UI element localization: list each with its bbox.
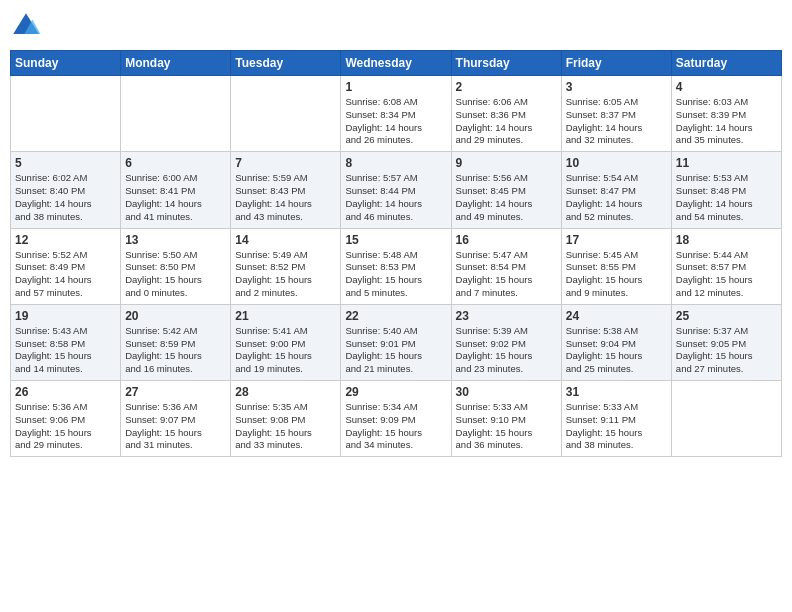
calendar-cell: 16Sunrise: 5:47 AM Sunset: 8:54 PM Dayli… xyxy=(451,228,561,304)
day-number: 30 xyxy=(456,385,557,399)
day-info: Sunrise: 5:36 AM Sunset: 9:07 PM Dayligh… xyxy=(125,401,202,450)
day-number: 12 xyxy=(15,233,116,247)
day-number: 14 xyxy=(235,233,336,247)
calendar-cell: 19Sunrise: 5:43 AM Sunset: 8:58 PM Dayli… xyxy=(11,304,121,380)
calendar-day-header: Wednesday xyxy=(341,51,451,76)
day-number: 23 xyxy=(456,309,557,323)
day-number: 18 xyxy=(676,233,777,247)
calendar-cell: 23Sunrise: 5:39 AM Sunset: 9:02 PM Dayli… xyxy=(451,304,561,380)
day-info: Sunrise: 5:59 AM Sunset: 8:43 PM Dayligh… xyxy=(235,172,312,221)
calendar-cell: 11Sunrise: 5:53 AM Sunset: 8:48 PM Dayli… xyxy=(671,152,781,228)
calendar-week-row: 5Sunrise: 6:02 AM Sunset: 8:40 PM Daylig… xyxy=(11,152,782,228)
calendar-day-header: Friday xyxy=(561,51,671,76)
calendar-day-header: Saturday xyxy=(671,51,781,76)
day-info: Sunrise: 5:44 AM Sunset: 8:57 PM Dayligh… xyxy=(676,249,753,298)
calendar-week-row: 26Sunrise: 5:36 AM Sunset: 9:06 PM Dayli… xyxy=(11,381,782,457)
day-number: 15 xyxy=(345,233,446,247)
day-number: 8 xyxy=(345,156,446,170)
calendar-cell: 2Sunrise: 6:06 AM Sunset: 8:36 PM Daylig… xyxy=(451,76,561,152)
calendar-cell: 13Sunrise: 5:50 AM Sunset: 8:50 PM Dayli… xyxy=(121,228,231,304)
day-number: 2 xyxy=(456,80,557,94)
day-info: Sunrise: 6:05 AM Sunset: 8:37 PM Dayligh… xyxy=(566,96,643,145)
day-number: 10 xyxy=(566,156,667,170)
calendar-cell: 26Sunrise: 5:36 AM Sunset: 9:06 PM Dayli… xyxy=(11,381,121,457)
day-number: 25 xyxy=(676,309,777,323)
calendar-cell: 7Sunrise: 5:59 AM Sunset: 8:43 PM Daylig… xyxy=(231,152,341,228)
calendar-cell: 12Sunrise: 5:52 AM Sunset: 8:49 PM Dayli… xyxy=(11,228,121,304)
calendar-cell: 10Sunrise: 5:54 AM Sunset: 8:47 PM Dayli… xyxy=(561,152,671,228)
day-number: 29 xyxy=(345,385,446,399)
calendar-cell: 9Sunrise: 5:56 AM Sunset: 8:45 PM Daylig… xyxy=(451,152,561,228)
calendar-cell: 6Sunrise: 6:00 AM Sunset: 8:41 PM Daylig… xyxy=(121,152,231,228)
day-info: Sunrise: 5:48 AM Sunset: 8:53 PM Dayligh… xyxy=(345,249,422,298)
day-number: 28 xyxy=(235,385,336,399)
calendar-cell xyxy=(231,76,341,152)
day-info: Sunrise: 5:40 AM Sunset: 9:01 PM Dayligh… xyxy=(345,325,422,374)
calendar-cell: 8Sunrise: 5:57 AM Sunset: 8:44 PM Daylig… xyxy=(341,152,451,228)
day-number: 22 xyxy=(345,309,446,323)
day-number: 21 xyxy=(235,309,336,323)
calendar-cell: 18Sunrise: 5:44 AM Sunset: 8:57 PM Dayli… xyxy=(671,228,781,304)
calendar-cell: 31Sunrise: 5:33 AM Sunset: 9:11 PM Dayli… xyxy=(561,381,671,457)
calendar-day-header: Thursday xyxy=(451,51,561,76)
calendar-cell xyxy=(671,381,781,457)
day-number: 13 xyxy=(125,233,226,247)
day-number: 11 xyxy=(676,156,777,170)
calendar-cell xyxy=(11,76,121,152)
day-info: Sunrise: 6:03 AM Sunset: 8:39 PM Dayligh… xyxy=(676,96,753,145)
day-number: 17 xyxy=(566,233,667,247)
day-info: Sunrise: 5:49 AM Sunset: 8:52 PM Dayligh… xyxy=(235,249,312,298)
day-info: Sunrise: 5:54 AM Sunset: 8:47 PM Dayligh… xyxy=(566,172,643,221)
day-info: Sunrise: 6:02 AM Sunset: 8:40 PM Dayligh… xyxy=(15,172,92,221)
calendar-week-row: 12Sunrise: 5:52 AM Sunset: 8:49 PM Dayli… xyxy=(11,228,782,304)
calendar-day-header: Monday xyxy=(121,51,231,76)
calendar-cell xyxy=(121,76,231,152)
day-info: Sunrise: 5:41 AM Sunset: 9:00 PM Dayligh… xyxy=(235,325,312,374)
day-info: Sunrise: 6:00 AM Sunset: 8:41 PM Dayligh… xyxy=(125,172,202,221)
day-number: 5 xyxy=(15,156,116,170)
calendar-table: SundayMondayTuesdayWednesdayThursdayFrid… xyxy=(10,50,782,457)
day-info: Sunrise: 5:33 AM Sunset: 9:11 PM Dayligh… xyxy=(566,401,643,450)
day-info: Sunrise: 6:06 AM Sunset: 8:36 PM Dayligh… xyxy=(456,96,533,145)
calendar-header-row: SundayMondayTuesdayWednesdayThursdayFrid… xyxy=(11,51,782,76)
day-info: Sunrise: 5:34 AM Sunset: 9:09 PM Dayligh… xyxy=(345,401,422,450)
page: SundayMondayTuesdayWednesdayThursdayFrid… xyxy=(0,0,792,612)
calendar-cell: 17Sunrise: 5:45 AM Sunset: 8:55 PM Dayli… xyxy=(561,228,671,304)
calendar-cell: 29Sunrise: 5:34 AM Sunset: 9:09 PM Dayli… xyxy=(341,381,451,457)
calendar-day-header: Tuesday xyxy=(231,51,341,76)
header xyxy=(10,10,782,42)
day-info: Sunrise: 5:53 AM Sunset: 8:48 PM Dayligh… xyxy=(676,172,753,221)
day-info: Sunrise: 5:52 AM Sunset: 8:49 PM Dayligh… xyxy=(15,249,92,298)
day-info: Sunrise: 5:56 AM Sunset: 8:45 PM Dayligh… xyxy=(456,172,533,221)
calendar-week-row: 1Sunrise: 6:08 AM Sunset: 8:34 PM Daylig… xyxy=(11,76,782,152)
day-number: 6 xyxy=(125,156,226,170)
calendar-cell: 28Sunrise: 5:35 AM Sunset: 9:08 PM Dayli… xyxy=(231,381,341,457)
calendar-cell: 20Sunrise: 5:42 AM Sunset: 8:59 PM Dayli… xyxy=(121,304,231,380)
day-number: 7 xyxy=(235,156,336,170)
calendar-cell: 14Sunrise: 5:49 AM Sunset: 8:52 PM Dayli… xyxy=(231,228,341,304)
day-number: 20 xyxy=(125,309,226,323)
day-number: 9 xyxy=(456,156,557,170)
day-info: Sunrise: 5:36 AM Sunset: 9:06 PM Dayligh… xyxy=(15,401,92,450)
calendar-cell: 27Sunrise: 5:36 AM Sunset: 9:07 PM Dayli… xyxy=(121,381,231,457)
day-info: Sunrise: 5:50 AM Sunset: 8:50 PM Dayligh… xyxy=(125,249,202,298)
day-info: Sunrise: 5:39 AM Sunset: 9:02 PM Dayligh… xyxy=(456,325,533,374)
calendar-day-header: Sunday xyxy=(11,51,121,76)
day-info: Sunrise: 5:37 AM Sunset: 9:05 PM Dayligh… xyxy=(676,325,753,374)
calendar-cell: 4Sunrise: 6:03 AM Sunset: 8:39 PM Daylig… xyxy=(671,76,781,152)
day-info: Sunrise: 5:45 AM Sunset: 8:55 PM Dayligh… xyxy=(566,249,643,298)
calendar-cell: 15Sunrise: 5:48 AM Sunset: 8:53 PM Dayli… xyxy=(341,228,451,304)
calendar-cell: 30Sunrise: 5:33 AM Sunset: 9:10 PM Dayli… xyxy=(451,381,561,457)
calendar-cell: 22Sunrise: 5:40 AM Sunset: 9:01 PM Dayli… xyxy=(341,304,451,380)
day-number: 27 xyxy=(125,385,226,399)
calendar-cell: 1Sunrise: 6:08 AM Sunset: 8:34 PM Daylig… xyxy=(341,76,451,152)
day-info: Sunrise: 5:38 AM Sunset: 9:04 PM Dayligh… xyxy=(566,325,643,374)
calendar-week-row: 19Sunrise: 5:43 AM Sunset: 8:58 PM Dayli… xyxy=(11,304,782,380)
day-info: Sunrise: 5:42 AM Sunset: 8:59 PM Dayligh… xyxy=(125,325,202,374)
day-number: 4 xyxy=(676,80,777,94)
day-info: Sunrise: 5:43 AM Sunset: 8:58 PM Dayligh… xyxy=(15,325,92,374)
day-info: Sunrise: 5:47 AM Sunset: 8:54 PM Dayligh… xyxy=(456,249,533,298)
day-info: Sunrise: 5:35 AM Sunset: 9:08 PM Dayligh… xyxy=(235,401,312,450)
calendar-cell: 21Sunrise: 5:41 AM Sunset: 9:00 PM Dayli… xyxy=(231,304,341,380)
day-number: 3 xyxy=(566,80,667,94)
